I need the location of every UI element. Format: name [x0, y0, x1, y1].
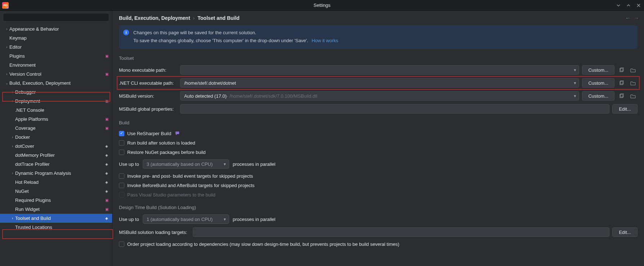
build-parallel-select[interactable]: 3 (automatically based on CPU) ▼ [143, 159, 229, 169]
sidebar-item-label: Debugger [15, 89, 109, 95]
sidebar-item-debugger[interactable]: ›Debugger [0, 88, 112, 97]
svg-rect-6 [621, 94, 623, 97]
main-panel: Build, Execution, Deployment › Toolset a… [112, 11, 644, 266]
section-title-build: Build [119, 120, 638, 125]
breadcrumb-current: Toolset and Build [197, 15, 239, 21]
sidebar-item-label: Deployment [15, 98, 104, 104]
invoke-beforeafter-checkbox[interactable] [119, 183, 124, 188]
chevron-up-icon[interactable] [625, 1, 632, 9]
sidebar-item-required-plugins[interactable]: Required Plugins▣ [0, 196, 112, 205]
msbuild-targets-input[interactable] [193, 227, 609, 237]
sidebar-item-label: Dynamic Program Analysis [15, 170, 104, 176]
order-loading-checkbox[interactable] [119, 241, 124, 247]
layers-icon: ◈ [104, 144, 109, 148]
design-parallel-select[interactable]: 1 (automatically based on CPU) ▼ [143, 214, 229, 224]
sidebar-item-keymap[interactable]: Keymap [0, 34, 112, 43]
sidebar-item-label: Run Widget [15, 207, 104, 212]
project-scope-icon: ▣ [104, 99, 109, 103]
sidebar-item-label: .NET Console [15, 107, 109, 113]
folder-icon[interactable] [628, 91, 638, 101]
sidebar-item-deployment[interactable]: ›Deployment▣ [0, 97, 112, 106]
netcli-custom-button[interactable]: Custom... [582, 78, 614, 88]
copy-icon[interactable] [617, 78, 626, 88]
run-build-after-checkbox[interactable] [119, 140, 124, 146]
netcli-path-input[interactable]: /home/stef/.dotnet/dotnet ▼ [180, 78, 579, 88]
invoke-beforeafter-label: Invoke BeforeBuild and AfterBuild target… [127, 183, 254, 188]
sidebar-item-label: Keymap [9, 35, 109, 41]
run-build-after-label: Run build after solution is loaded [127, 140, 195, 146]
sidebar-item-dotcover[interactable]: ›dotCover◈ [0, 142, 112, 151]
sidebar-item-label: Toolset and Build [15, 216, 104, 221]
sidebar-item-plugins[interactable]: Plugins▣ [0, 52, 112, 61]
sidebar-item-coverage[interactable]: Coverage▣ [0, 124, 112, 133]
invoke-prepost-checkbox[interactable] [119, 173, 124, 179]
restore-nuget-checkbox[interactable] [119, 150, 124, 155]
section-title-design: Design Time Build (Solution Loading) [119, 205, 638, 210]
svg-rect-5 [620, 94, 623, 98]
section-title-toolset: Toolset [119, 56, 638, 61]
sidebar-item--net-console[interactable]: .NET Console [0, 106, 112, 115]
folder-icon[interactable] [628, 78, 638, 88]
sidebar-item-environment[interactable]: Environment [0, 61, 112, 70]
folder-icon[interactable] [628, 65, 638, 75]
sidebar-item-toolset-and-build[interactable]: ›Toolset and Build◈ [0, 214, 112, 223]
breadcrumb-root[interactable]: Build, Execution, Deployment [119, 15, 190, 21]
layers-icon: ◈ [104, 162, 109, 166]
mono-custom-button[interactable]: Custom... [582, 65, 614, 75]
sidebar-item-dynamic-program-analysis[interactable]: ›Dynamic Program Analysis◈ [0, 169, 112, 178]
msbuild-global-input[interactable] [180, 104, 609, 114]
svg-rect-1 [620, 68, 623, 72]
use-resharper-checkbox[interactable] [119, 131, 124, 136]
chevron-down-icon[interactable] [614, 1, 622, 9]
info-banner: i Changes on this page will be saved for… [119, 25, 638, 49]
chevron-down-icon: ⌄ [4, 81, 9, 85]
layers-icon: ◈ [104, 189, 109, 193]
sidebar-item-hot-reload[interactable]: Hot Reload◈ [0, 178, 112, 187]
sidebar: ›Appearance & BehaviorKeymap›EditorPlugi… [0, 11, 112, 266]
sidebar-item-trusted-locations[interactable]: Trusted Locations [0, 223, 112, 232]
use-up-to-label-2: Use up to [119, 217, 139, 222]
layers-icon: ◈ [104, 216, 109, 220]
sidebar-item-editor[interactable]: ›Editor [0, 43, 112, 52]
copy-icon[interactable] [617, 65, 626, 75]
msbuild-targets-edit-button[interactable]: Edit... [612, 227, 638, 237]
sidebar-item-version-control[interactable]: ›Version Control▣ [0, 70, 112, 79]
order-loading-label: Order project loading according to depen… [127, 241, 399, 247]
mono-path-label: Mono executable path: [119, 67, 180, 73]
pass-vs-params-label: Pass Visual Studio parameters to the bui… [127, 192, 216, 198]
msbuild-version-value: Auto detected (17.0) [184, 93, 227, 99]
svg-rect-3 [620, 81, 623, 85]
sidebar-item-docker[interactable]: ›Docker [0, 133, 112, 142]
sidebar-item-appearance-behavior[interactable]: ›Appearance & Behavior [0, 25, 112, 34]
sidebar-item-build-execution-deployment[interactable]: ⌄Build, Execution, Deployment [0, 79, 112, 88]
copy-icon[interactable] [617, 91, 626, 101]
mono-path-input[interactable]: ▼ [180, 65, 579, 75]
msbuild-global-label: MSBuild global properties: [119, 106, 180, 112]
sidebar-item-apple-platforms[interactable]: Apple Platforms▣ [0, 115, 112, 124]
sidebar-item-label: Apple Platforms [15, 116, 104, 122]
msbuild-version-path: - /home/stef/.dotnet/sdk/7.0.100/MSBuild… [227, 93, 317, 99]
msbuild-global-edit-button[interactable]: Edit... [612, 104, 638, 114]
sidebar-item-label: Required Plugins [15, 198, 104, 203]
sidebar-item-dotmemory-profiler[interactable]: dotMemory Profiler◈ [0, 151, 112, 160]
nav-forward-icon[interactable]: → [634, 15, 639, 21]
chevron-right-icon: › [10, 144, 15, 148]
sidebar-item-dottrace-profiler[interactable]: dotTrace Profiler◈ [0, 160, 112, 169]
how-it-works-link[interactable]: How it works [312, 38, 338, 43]
close-icon[interactable] [635, 1, 643, 9]
search-input[interactable] [3, 13, 109, 22]
window-title: Settings [314, 3, 330, 8]
nav-back-icon[interactable]: ← [625, 15, 630, 21]
sidebar-item-nuget[interactable]: NuGet◈ [0, 187, 112, 196]
msbuild-version-input[interactable]: Auto detected (17.0) - /home/stef/.dotne… [180, 91, 579, 101]
sidebar-item-run-widget[interactable]: Run Widget▣ [0, 205, 112, 214]
project-scope-icon: ▣ [104, 72, 109, 76]
titlebar: RD Settings [0, 0, 644, 11]
chat-icon[interactable] [175, 131, 180, 136]
msbuild-custom-button[interactable]: Custom... [582, 91, 614, 101]
svg-rect-4 [621, 81, 623, 84]
settings-tree[interactable]: ›Appearance & BehaviorKeymap›EditorPlugi… [0, 24, 112, 266]
pass-vs-params-checkbox [119, 192, 124, 198]
info-banner-line1: Changes on this page will be saved for t… [133, 29, 632, 37]
netcli-path-label: .NET CLI executable path: [119, 80, 180, 86]
